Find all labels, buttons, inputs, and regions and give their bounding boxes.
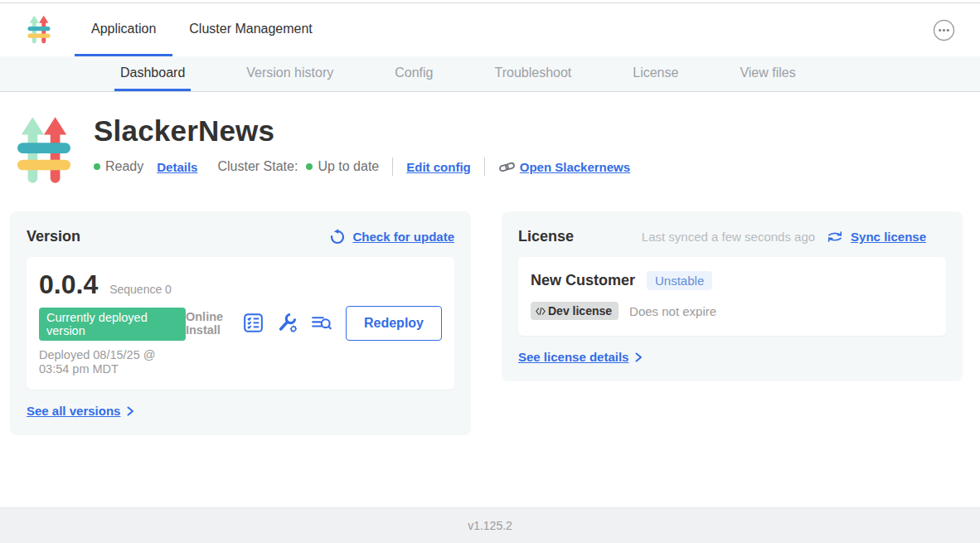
cluster-state-label: Cluster State: — [217, 159, 298, 174]
app-logo-icon — [27, 15, 51, 45]
license-card: License Last synced a few seconds ago — [502, 211, 963, 381]
deployed-status-badge: Currently deployed version — [39, 308, 186, 341]
chevron-right-icon — [124, 405, 136, 417]
tab-application[interactable]: Application — [75, 3, 172, 56]
channel-badge: Unstable — [647, 271, 712, 290]
app-subnav: Dashboard Version history Config Trouble… — [0, 56, 980, 92]
refresh-icon — [329, 229, 346, 245]
license-type-badge: Dev license — [531, 302, 619, 320]
current-version-panel: 0.0.4 Sequence 0 Currently deployed vers… — [27, 257, 454, 390]
divider — [484, 158, 485, 176]
cluster-status-dot — [306, 163, 313, 170]
version-card-title: Version — [27, 228, 80, 245]
open-app-link[interactable]: Open Slackernews — [520, 160, 630, 174]
subnav-tab-dashboard[interactable]: Dashboard — [114, 56, 191, 91]
subnav-tab-troubleshoot[interactable]: Troubleshoot — [488, 56, 577, 91]
version-number: 0.0.4 — [39, 269, 98, 300]
subnav-version-history-label: Version history — [246, 65, 333, 80]
app-status-text: Ready — [105, 159, 143, 174]
edit-config-link[interactable]: Edit config — [406, 160, 471, 174]
version-actions: Online Install — [186, 306, 442, 341]
subnav-troubleshoot-label: Troubleshoot — [494, 65, 571, 80]
license-card-header: License Last synced a few seconds ago — [518, 228, 946, 245]
version-sequence: Sequence 0 — [109, 283, 172, 296]
chain-link-icon — [498, 161, 516, 173]
wrench-gear-config-icon[interactable] — [276, 312, 298, 334]
divider — [392, 158, 393, 176]
version-card: Version Check for update 0.0.4 Sequ — [10, 211, 471, 435]
see-all-versions-label: See all versions — [27, 404, 120, 418]
app-status-dot — [94, 163, 100, 170]
app-header-text: SlackerNews Ready Details Cluster State:… — [94, 115, 630, 187]
details-link[interactable]: Details — [157, 160, 197, 174]
install-type-label: Online Install — [186, 310, 230, 337]
last-synced-text: Last synced a few seconds ago — [642, 230, 815, 244]
subnav-view-files-label: View files — [740, 65, 795, 80]
deployed-timestamp: Deployed 08/15/25 @ 03:54 pm MDT — [39, 348, 186, 376]
subnav-tab-license[interactable]: License — [627, 56, 684, 91]
license-panel: New Customer Unstable — [518, 257, 946, 336]
license-expiration: Does not expire — [629, 304, 716, 318]
see-license-details-label: See license details — [518, 350, 628, 364]
version-card-header: Version Check for update — [27, 228, 454, 245]
check-for-update[interactable]: Check for update — [329, 229, 454, 245]
dashboard-main: SlackerNews Ready Details Cluster State:… — [0, 92, 980, 507]
see-all-versions-link[interactable]: See all versions — [27, 404, 136, 418]
cluster-state-text: Up to date — [318, 159, 379, 174]
sync-license-link[interactable]: Sync license — [851, 230, 926, 244]
sync-arrows-icon — [827, 230, 843, 244]
app-logo-large — [17, 115, 71, 187]
status-row: Ready Details Cluster State: Up to date … — [94, 158, 630, 176]
tab-cluster-management-label: Cluster Management — [189, 22, 313, 36]
license-type-label: Dev license — [548, 304, 612, 318]
tab-application-label: Application — [91, 22, 156, 36]
check-for-update-link[interactable]: Check for update — [352, 230, 454, 244]
view-logs-magnifier-icon[interactable] — [310, 312, 332, 334]
see-license-details-link[interactable]: See license details — [518, 350, 644, 364]
code-brackets-icon — [535, 307, 546, 316]
ellipsis-circle-icon — [933, 32, 955, 44]
app-header-block: SlackerNews Ready Details Cluster State:… — [0, 92, 980, 187]
redeploy-button[interactable]: Redeploy — [346, 306, 442, 341]
overflow-menu-button[interactable] — [932, 18, 955, 41]
subnav-dashboard-label: Dashboard — [120, 65, 185, 80]
subnav-license-label: License — [633, 65, 678, 80]
preflight-checklist-icon[interactable] — [242, 312, 264, 334]
primary-nav: Application Cluster Management — [75, 3, 329, 56]
primary-header: Application Cluster Management — [0, 3, 980, 56]
license-card-title: License — [518, 228, 574, 245]
subnav-config-label: Config — [395, 65, 433, 80]
console-version: v1.125.2 — [468, 519, 512, 532]
chevron-right-icon — [633, 351, 644, 363]
subnav-tab-version-history[interactable]: Version history — [240, 56, 339, 91]
app-footer: v1.125.2 — [0, 507, 980, 543]
subnav-tab-config[interactable]: Config — [389, 56, 439, 91]
tab-cluster-management[interactable]: Cluster Management — [172, 3, 329, 56]
subnav-tab-view-files[interactable]: View files — [734, 56, 801, 91]
version-info: 0.0.4 Sequence 0 Currently deployed vers… — [39, 269, 186, 376]
dashboard-cards: Version Check for update 0.0.4 Sequ — [0, 187, 980, 435]
page-title: SlackerNews — [94, 115, 630, 147]
customer-name: New Customer — [531, 272, 635, 289]
